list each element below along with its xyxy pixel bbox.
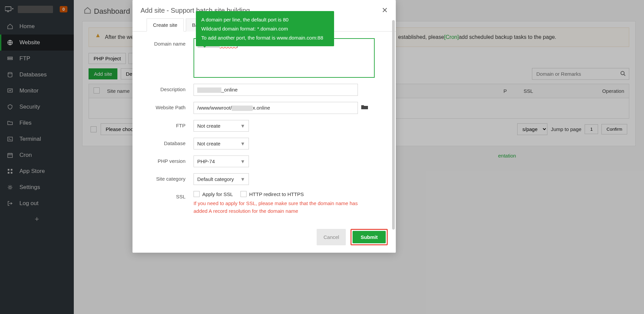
apply-ssl-checkbox[interactable]: Apply for SSL	[194, 191, 233, 197]
cancel-button[interactable]: Cancel	[317, 229, 346, 245]
domain-tooltip: A domain per line, the default port is 8…	[196, 11, 334, 46]
path-prefix: /www/wwwroot/	[197, 105, 232, 111]
chevron-down-icon: ▼	[240, 123, 245, 129]
ssl-note: If you need to apply for SSL, please mak…	[194, 200, 368, 215]
category-select[interactable]: Default category ▼	[194, 173, 249, 185]
php-value: PHP-74	[197, 159, 215, 164]
database-value: Not create	[197, 141, 220, 146]
tooltip-line: Wildcard domain format: *.domain.com	[201, 24, 329, 33]
label-ftp: FTP	[147, 120, 194, 128]
label-ssl: SSL	[147, 191, 194, 199]
redacted-description-prefix	[197, 87, 221, 93]
modal-footer: Cancel Submit	[132, 224, 396, 253]
modal-scrollbar[interactable]	[392, 20, 395, 230]
category-value: Default category	[197, 176, 234, 182]
tooltip-line: A domain per line, the default port is 8…	[201, 15, 329, 24]
close-icon[interactable]: ✕	[382, 6, 388, 15]
modal-body: Domain name x.online Description _online…	[132, 32, 396, 224]
checkbox-icon	[194, 191, 200, 197]
redirect-label: HTTP redirect to HTTPS	[249, 191, 304, 197]
ftp-value: Not create	[197, 123, 220, 129]
submit-highlight-box: Submit	[351, 229, 388, 245]
http-redirect-checkbox[interactable]: HTTP redirect to HTTPS	[240, 191, 304, 197]
label-path: Website Path	[147, 102, 194, 110]
label-description: Description	[147, 84, 194, 92]
label-category: Site category	[147, 173, 194, 182]
chevron-down-icon: ▼	[240, 141, 245, 146]
tooltip-line: To add another port, the format is www.d…	[201, 33, 329, 42]
chevron-down-icon: ▼	[240, 176, 245, 182]
website-path-input[interactable]: /www/wwwroot/x.online	[194, 102, 358, 114]
path-suffix: x.online	[253, 105, 270, 111]
checkbox-icon	[240, 191, 247, 197]
redacted-path-mid	[232, 106, 253, 111]
description-input[interactable]: _online	[194, 84, 358, 96]
submit-button[interactable]: Submit	[353, 231, 386, 243]
label-database: Database	[147, 138, 194, 146]
description-suffix: _online	[221, 87, 237, 92]
chevron-down-icon: ▼	[240, 159, 245, 164]
tab-create-site[interactable]: Create site	[147, 18, 184, 32]
label-php: PHP version	[147, 155, 194, 164]
apply-ssl-label: Apply for SSL	[202, 191, 233, 197]
php-version-select[interactable]: PHP-74 ▼	[194, 155, 249, 167]
label-domain: Domain name	[147, 38, 194, 47]
database-select[interactable]: Not create ▼	[194, 138, 249, 149]
ftp-select[interactable]: Not create ▼	[194, 120, 249, 132]
folder-browse-icon[interactable]	[361, 105, 368, 112]
